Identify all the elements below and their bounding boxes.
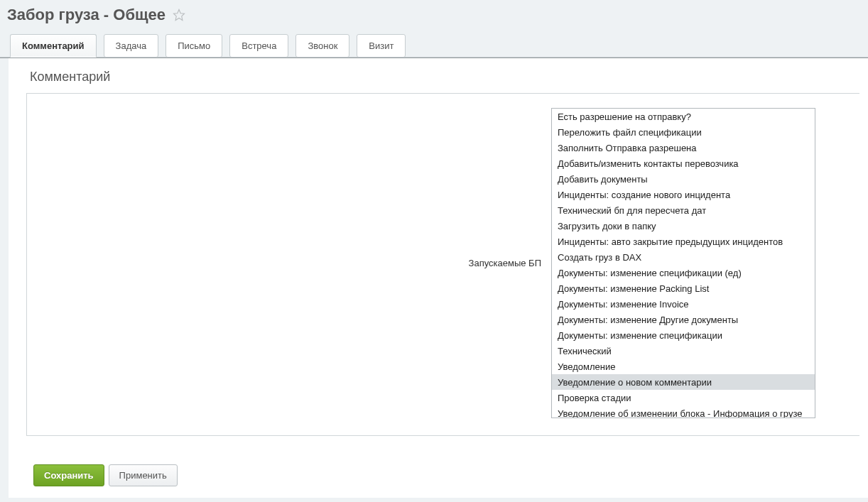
list-item[interactable]: Есть разрешение на отправку? [552,109,815,124]
list-item[interactable]: Документы: изменение Invoice [552,296,815,312]
tab-4[interactable]: Звонок [295,34,349,58]
favorite-star-icon[interactable] [173,9,185,21]
tab-2[interactable]: Письмо [166,34,222,58]
field-label-bp: Запускаемые БП [40,258,551,268]
list-item[interactable]: Уведомление о новом комментарии [552,374,815,390]
list-item[interactable]: Переложить файл спецификации [552,124,815,140]
apply-button[interactable]: Применить [109,464,178,486]
svg-marker-0 [174,10,185,21]
footer-buttons: Сохранить Применить [9,436,868,498]
list-item[interactable]: Проверка стадии [552,390,815,405]
list-item[interactable]: Добавить документы [552,171,815,187]
list-item[interactable]: Создать груз в DAX [552,249,815,265]
list-item[interactable]: Технический бп для пересчета дат [552,202,815,218]
tabs-row: КомментарийЗадачаПисьмоВстречаЗвонокВизи… [0,34,868,58]
page-header: Забор груза - Общее [0,0,868,34]
list-item[interactable]: Инциденты: создание нового инцидента [552,187,815,202]
tab-0[interactable]: Комментарий [10,34,97,58]
list-item[interactable]: Документы: изменение спецификации [552,327,815,343]
list-item[interactable]: Уведомление об изменении блока - Информа… [552,405,815,418]
list-item[interactable]: Технический [552,343,815,359]
page-title: Забор груза - Общее [7,6,166,24]
list-item[interactable]: Загрузить доки в папку [552,218,815,234]
list-item[interactable]: Уведомление [552,359,815,374]
list-item[interactable]: Документы: изменение Packing List [552,280,815,296]
list-item[interactable]: Документы: изменение Другие документы [552,312,815,327]
form-row-bp: Запускаемые БП Есть разрешение на отправ… [40,108,847,418]
tab-5[interactable]: Визит [357,34,406,58]
panel-heading: Комментарий [9,58,868,93]
bp-listbox[interactable]: Есть разрешение на отправку?Переложить ф… [551,108,815,418]
list-item[interactable]: Заполнить Отправка разрешена [552,140,815,155]
form-panel: Запускаемые БП Есть разрешение на отправ… [26,93,859,436]
list-item[interactable]: Документы: изменение спецификации (ед) [552,265,815,280]
tab-1[interactable]: Задача [104,34,159,58]
list-item[interactable]: Добавить/изменить контакты перевозчика [552,155,815,171]
tab-3[interactable]: Встреча [229,34,288,58]
list-item[interactable]: Инциденты: авто закрытие предыдущих инци… [552,234,815,249]
save-button[interactable]: Сохранить [33,464,104,486]
